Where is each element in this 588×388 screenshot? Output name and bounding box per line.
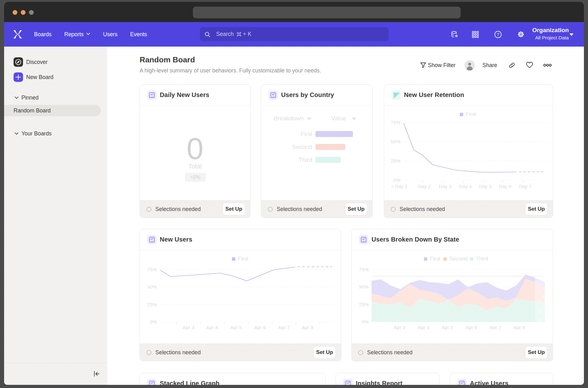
svg-text:?: ? <box>497 32 499 37</box>
